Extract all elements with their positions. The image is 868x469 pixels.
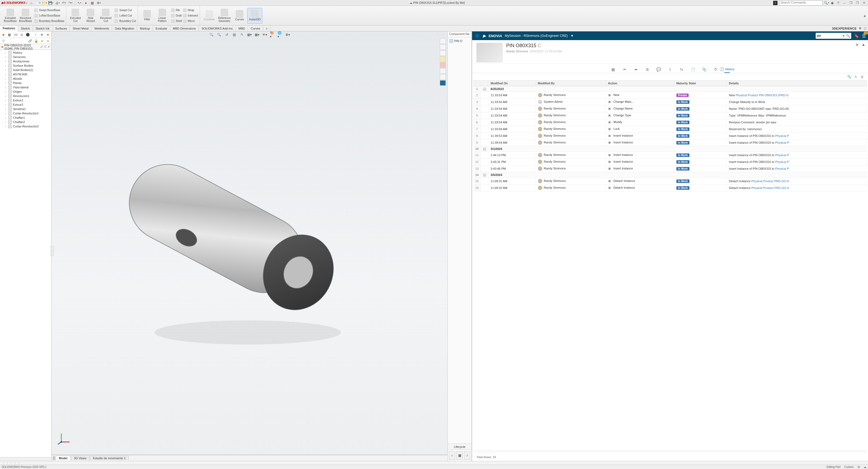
fm-tree-icon[interactable]: ◆	[1, 32, 6, 37]
ribbon-revolved-cut-button[interactable]: RevolvedCut	[98, 8, 113, 24]
ribbon-revolved-boss-base-button[interactable]: RevolvedBoss/Base	[18, 8, 33, 24]
search-commands-input[interactable]	[780, 1, 821, 4]
history-row[interactable]: 711:33:58 AMRandy Simmons▣LockIn WorkRes…	[473, 126, 867, 133]
ribbon-extruded-boss-base-button[interactable]: ExtrudedBoss/Base	[3, 8, 18, 24]
search-commands-field[interactable]	[779, 1, 823, 5]
tab-comments-icon[interactable]: 💬	[656, 66, 661, 73]
details-link[interactable]: Physical P	[775, 167, 789, 170]
task-file-exp-icon[interactable]	[440, 51, 446, 56]
help-icon[interactable]: ?	[836, 1, 840, 5]
fm-h1-icon[interactable]: 🔗	[28, 39, 32, 43]
feature-tree-item[interactable]: ›Cortar-Revolución2	[0, 124, 51, 128]
search-submit-icon[interactable]: 🔍	[846, 34, 850, 38]
hamburger-menu-icon[interactable]: ☰	[862, 33, 866, 38]
feature-tree-item[interactable]: ›Planta	[0, 81, 51, 85]
history-col-modified-by[interactable]: Modified By	[535, 81, 606, 86]
details-link[interactable]: Physical P	[775, 153, 789, 157]
dyn-annotation-icon[interactable]: ✎	[240, 32, 244, 37]
ribbon-mirror-button[interactable]: Mirror	[183, 19, 198, 24]
undo-icon[interactable]: ↶▾	[62, 1, 66, 5]
task-home-icon[interactable]	[440, 38, 446, 44]
history-row[interactable]: 123:43:31 PMRandy Simmons▣Insert Instanc…	[473, 158, 867, 165]
sb-custom-label[interactable]: Custom	[844, 466, 854, 468]
ribbon-linear-pattern-button[interactable]: LinearPattern	[155, 8, 170, 24]
cmd-tab-mbd[interactable]: MBD	[236, 26, 248, 31]
details-link[interactable]: Physical Product PRD-GO-0	[751, 179, 789, 183]
appearance-icon[interactable]: 🎨▾	[270, 32, 275, 37]
feature-tree-item[interactable]: ›Anotaciones	[0, 59, 51, 63]
settings-quick-icon[interactable]: ⚙▾	[97, 1, 101, 5]
ribbon-draft-button[interactable]: Draft	[171, 13, 182, 18]
history-row[interactable]: 1611:09:32 AMRandy Simmons▣Detach Instan…	[473, 185, 867, 192]
history-row[interactable]: 111:44:13 PMRandy Simmons▣Insert Instanc…	[473, 152, 867, 158]
feature-tree-item[interactable]: ›Extruir2	[0, 102, 51, 107]
history-date-group[interactable]: 1−8/25/2023	[473, 86, 867, 92]
history-col-modified-on[interactable]: Modified On	[488, 81, 535, 86]
fm-appearance-icon[interactable]: ⚫	[26, 32, 30, 37]
tab-overview-icon[interactable]: ▦	[611, 66, 616, 73]
lifecycle-tab[interactable]: Lifecycle	[448, 443, 471, 449]
ribbon-fillet-button[interactable]: Fillet	[140, 8, 155, 24]
history-export-icon[interactable]: ↳	[855, 75, 857, 79]
fm-target-icon[interactable]: ◎	[20, 32, 24, 37]
cmd-tab-solidworks-add-ins[interactable]: SOLIDWORKS Add-Ins	[199, 26, 236, 31]
search-go-icon[interactable]: 🔍▾	[824, 1, 829, 5]
history-row[interactable]: 811:39:53 AMRandy Simmons▣Insert Instanc…	[473, 133, 867, 139]
fm-cube1-icon[interactable]: ■	[39, 32, 44, 37]
details-link[interactable]: Physical Product PRD-GO-0	[751, 186, 789, 189]
zoom-fit-icon[interactable]: 🔍	[209, 32, 214, 37]
fm-h4-icon[interactable]: ●	[46, 39, 50, 43]
cmd-tab-features[interactable]: Features	[0, 26, 18, 31]
restore-inner-button[interactable]: ❐	[848, 1, 854, 5]
ribbon-instant3d-button[interactable]: Instant3D	[247, 8, 262, 24]
cmd-tab-curves[interactable]: Curves	[248, 26, 263, 31]
enovia-search-field[interactable]: ✕ 🔍	[816, 33, 851, 39]
history-hscrollbar[interactable]	[473, 450, 867, 453]
search-clear-icon[interactable]: ✕	[842, 34, 845, 38]
ribbon-boundary-boss-base-button[interactable]: Boundary Boss/Base	[34, 19, 64, 24]
restore-outer-button[interactable]: ❐	[855, 1, 860, 5]
ribbon-lofted-boss-base-button[interactable]: Lofted Boss/Base	[34, 13, 64, 18]
cmd-tab-mbd-dimensions[interactable]: MBD Dimensions	[170, 26, 199, 31]
task-design-lib-icon[interactable]	[440, 45, 446, 50]
options-quick-icon[interactable]: ▦	[90, 1, 95, 5]
cmd-tab-sheet-metal[interactable]: Sheet Metal	[70, 26, 92, 31]
redo-icon[interactable]: ↷▾	[68, 1, 73, 5]
feature-tree-item[interactable]: ›Chaflán2	[0, 120, 51, 124]
tab-attach-icon[interactable]: 📎	[702, 66, 707, 73]
history-col-details[interactable]: Details	[726, 81, 867, 86]
feature-tree-item[interactable]: ›Sensores	[0, 55, 51, 59]
ribbon-curves-button[interactable]: Curves	[232, 8, 247, 24]
feature-tree-item[interactable]: ›Cortar-Revolución1	[0, 111, 51, 116]
ribbon-boundary-cut-button[interactable]: Boundary Cut	[114, 19, 136, 24]
dassault-badge-icon[interactable]: ✧	[773, 1, 777, 5]
viewport-tab-model[interactable]: Model	[56, 456, 70, 460]
history-row[interactable]: 211:33:53 AMRandy Simmons▣NewPrivateNew …	[473, 92, 867, 99]
ribbon-reference-geometry-button[interactable]: ReferenceGeometry	[217, 8, 232, 24]
feature-tree-item[interactable]: ›Surface Bodies	[0, 63, 51, 68]
fm-part-row[interactable]: ◆ PIN O80X315 (0101 01046_PIN O80X315 🖉 …	[0, 44, 51, 50]
minimize-button[interactable]: –	[842, 1, 847, 5]
details-link[interactable]: Physical P	[775, 141, 789, 144]
tab-download-icon[interactable]: 🗎	[645, 66, 650, 73]
history-row[interactable]: 911:39:54 AMRandy Simmons▣Insert Instanc…	[473, 139, 867, 146]
tab-files-icon[interactable]: 📄	[690, 66, 695, 73]
ribbon-lofted-cut-button[interactable]: Lofted Cut	[114, 13, 136, 18]
task-view-palette-icon[interactable]	[440, 56, 446, 62]
details-link[interactable]: Physical P	[775, 134, 789, 138]
feature-tree-item[interactable]: ›Extruir1	[0, 98, 51, 102]
feature-tree-item[interactable]: ›History	[0, 51, 51, 55]
tab-where-used-icon[interactable]: ⥁	[713, 66, 718, 73]
history-date-group[interactable]: 10−3/1/2024	[473, 146, 867, 152]
save-icon[interactable]: 💾▾	[49, 1, 53, 5]
fm-config-icon[interactable]: 🗃	[13, 32, 18, 37]
ribbon-rib-button[interactable]: Rib	[171, 8, 182, 13]
cmd-tab-surfaces[interactable]: Surfaces	[53, 26, 70, 31]
graphics-viewport[interactable]	[52, 38, 447, 455]
session-chevron-icon[interactable]: ▼	[570, 34, 574, 38]
compass-icon[interactable]	[474, 33, 480, 39]
select-icon[interactable]: ↖▾	[77, 1, 82, 5]
cmd-tab-markup[interactable]: Markup	[137, 26, 153, 31]
enovia-search-input[interactable]	[817, 34, 841, 38]
ribbon-collapse-icon[interactable]: ▲	[862, 6, 868, 25]
